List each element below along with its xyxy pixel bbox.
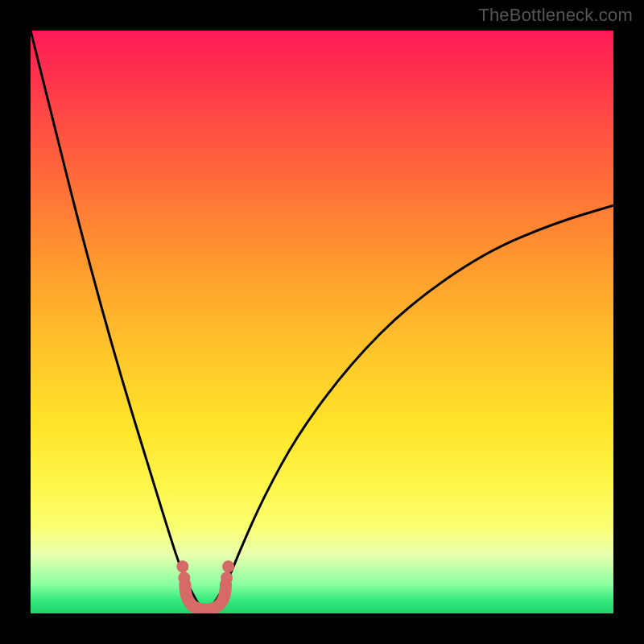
- marker-dot: [221, 572, 233, 584]
- curve-svg: [31, 31, 613, 613]
- bottleneck-curve-left: [31, 31, 205, 609]
- bottleneck-curve-right: [205, 205, 613, 609]
- marker-dot: [222, 560, 234, 572]
- watermark-text: TheBottleneck.com: [478, 5, 633, 26]
- optimal-zone-marker: [185, 584, 226, 609]
- marker-dot: [178, 572, 190, 584]
- marker-dot: [176, 560, 188, 572]
- plot-area: [31, 31, 613, 613]
- chart-frame: TheBottleneck.com: [0, 0, 644, 644]
